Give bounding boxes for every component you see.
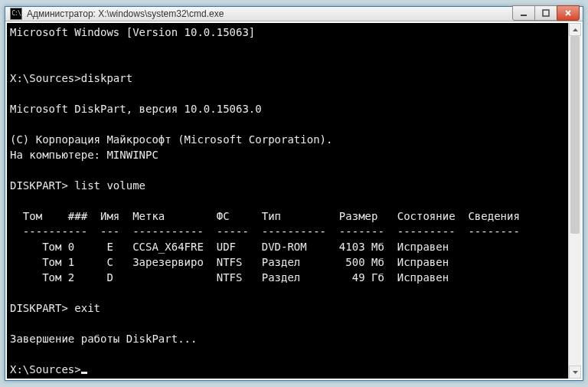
scroll-down-button[interactable]	[569, 366, 581, 379]
minimize-button[interactable]	[512, 5, 535, 21]
console-line: Microsoft Windows [Version 10.0.15063]	[10, 26, 255, 38]
console-line: DISKPART> exit	[10, 302, 100, 314]
console-line: ---------- --- ----------- ----- -------…	[10, 225, 520, 238]
cursor	[81, 372, 87, 374]
cmd-sysicon: C:\	[10, 8, 22, 20]
close-button[interactable]	[557, 5, 580, 21]
cmd-sysicon-text: C:\	[11, 11, 20, 17]
console-line: Том ### Имя Метка ФС Тип Размер Состояни…	[10, 210, 520, 222]
cmd-window: C:\ Администратор: X:\windows\system32\c…	[5, 6, 583, 381]
chevron-up-icon	[573, 28, 578, 31]
scroll-up-button[interactable]	[569, 23, 581, 36]
svg-rect-1	[543, 10, 549, 16]
maximize-icon	[542, 9, 550, 17]
console-output[interactable]: Microsoft Windows [Version 10.0.15063] X…	[7, 23, 568, 379]
vertical-scrollbar[interactable]	[568, 23, 581, 379]
svg-rect-0	[521, 15, 527, 16]
console-line: На компьютере: MINWINPC	[10, 149, 158, 161]
console-line: Завершение работы DiskPart...	[10, 333, 197, 345]
chevron-down-icon	[573, 371, 578, 374]
console-line: Том 1 C Зарезервиро NTFS Раздел 500 Мб И…	[10, 256, 449, 268]
maximize-button[interactable]	[534, 5, 557, 21]
console-line: Том 0 E CCSA_X64FRE UDF DVD-ROM 4103 Мб …	[10, 241, 449, 253]
scroll-thumb[interactable]	[570, 36, 580, 234]
scroll-track[interactable]	[569, 36, 581, 366]
console-line: X:\Sources>diskpart	[10, 72, 132, 84]
console-line: Microsoft DiskPart, версия 10.0.15063.0	[10, 103, 262, 115]
titlebar[interactable]: C:\ Администратор: X:\windows\system32\c…	[5, 7, 583, 21]
console-prompt: X:\Sources>	[10, 363, 81, 376]
console-line: DISKPART> list volume	[10, 179, 145, 192]
console-area: Microsoft Windows [Version 10.0.15063] X…	[5, 21, 583, 380]
console-line: Том 2 D NTFS Раздел 49 Гб Исправен	[10, 271, 449, 284]
window-title: Администратор: X:\windows\system32\cmd.e…	[27, 8, 513, 19]
close-icon	[564, 9, 572, 17]
window-buttons	[513, 5, 580, 21]
minimize-icon	[520, 9, 528, 17]
console-line: (C) Корпорация Майкрософт (Microsoft Cor…	[10, 133, 332, 146]
